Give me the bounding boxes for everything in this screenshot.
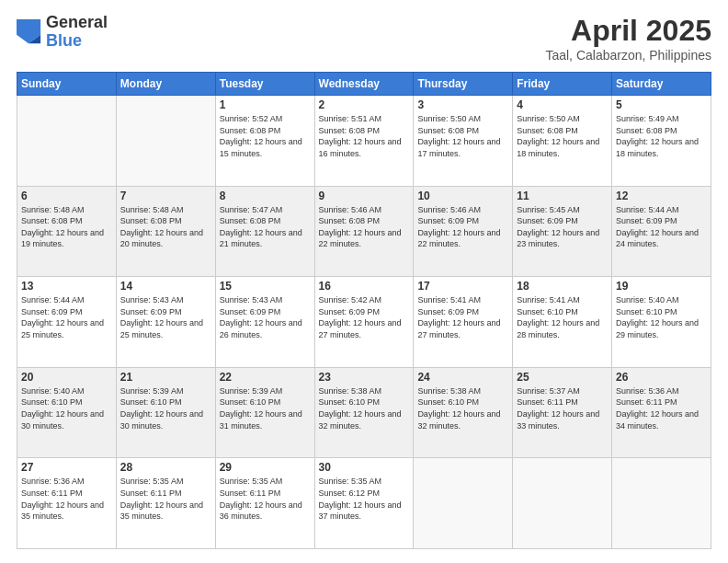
logo-general-text: General bbox=[46, 14, 108, 32]
table-row bbox=[513, 458, 612, 549]
table-row: 14Sunrise: 5:43 AM Sunset: 6:09 PM Dayli… bbox=[116, 277, 215, 368]
day-number: 18 bbox=[517, 280, 608, 293]
cell-info: Sunrise: 5:51 AM Sunset: 6:08 PM Dayligh… bbox=[319, 113, 410, 159]
cell-info: Sunrise: 5:52 AM Sunset: 6:08 PM Dayligh… bbox=[220, 113, 311, 159]
table-row: 12Sunrise: 5:44 AM Sunset: 6:09 PM Dayli… bbox=[612, 186, 711, 277]
table-row: 13Sunrise: 5:44 AM Sunset: 6:09 PM Dayli… bbox=[17, 277, 117, 368]
day-number: 22 bbox=[220, 371, 311, 384]
calendar-header-row: Sunday Monday Tuesday Wednesday Thursday… bbox=[17, 73, 711, 96]
cell-info: Sunrise: 5:50 AM Sunset: 6:08 PM Dayligh… bbox=[417, 113, 508, 159]
table-row: 30Sunrise: 5:35 AM Sunset: 6:12 PM Dayli… bbox=[314, 458, 414, 549]
table-row bbox=[414, 458, 513, 549]
table-row: 18Sunrise: 5:41 AM Sunset: 6:10 PM Dayli… bbox=[513, 277, 612, 368]
calendar-week-row: 27Sunrise: 5:36 AM Sunset: 6:11 PM Dayli… bbox=[17, 458, 711, 549]
cell-info: Sunrise: 5:44 AM Sunset: 6:09 PM Dayligh… bbox=[21, 294, 112, 340]
day-number: 24 bbox=[417, 371, 508, 384]
table-row bbox=[116, 96, 215, 187]
day-number: 3 bbox=[417, 98, 508, 111]
day-number: 17 bbox=[417, 280, 508, 293]
day-number: 6 bbox=[21, 190, 112, 202]
page: General Blue April 2025 Taal, Calabarzon… bbox=[0, 0, 728, 563]
cell-info: Sunrise: 5:43 AM Sunset: 6:09 PM Dayligh… bbox=[120, 294, 211, 340]
table-row: 7Sunrise: 5:48 AM Sunset: 6:08 PM Daylig… bbox=[116, 186, 215, 277]
col-wednesday: Wednesday bbox=[314, 73, 414, 96]
calendar-week-row: 13Sunrise: 5:44 AM Sunset: 6:09 PM Dayli… bbox=[17, 277, 711, 368]
logo-icon bbox=[17, 19, 42, 45]
cell-info: Sunrise: 5:39 AM Sunset: 6:10 PM Dayligh… bbox=[120, 385, 211, 431]
day-number: 23 bbox=[319, 371, 410, 384]
cell-info: Sunrise: 5:36 AM Sunset: 6:11 PM Dayligh… bbox=[616, 385, 707, 431]
day-number: 25 bbox=[517, 371, 608, 384]
day-number: 20 bbox=[21, 371, 112, 384]
title-block: April 2025 Taal, Calabarzon, Philippines bbox=[545, 14, 711, 63]
logo-blue-text: Blue bbox=[46, 32, 108, 51]
day-number: 30 bbox=[319, 461, 410, 474]
col-friday: Friday bbox=[513, 73, 612, 96]
cell-info: Sunrise: 5:39 AM Sunset: 6:10 PM Dayligh… bbox=[220, 385, 311, 431]
table-row: 3Sunrise: 5:50 AM Sunset: 6:08 PM Daylig… bbox=[414, 96, 513, 187]
title-location: Taal, Calabarzon, Philippines bbox=[545, 48, 711, 63]
table-row: 9Sunrise: 5:46 AM Sunset: 6:08 PM Daylig… bbox=[314, 186, 414, 277]
table-row: 8Sunrise: 5:47 AM Sunset: 6:08 PM Daylig… bbox=[215, 186, 314, 277]
table-row: 20Sunrise: 5:40 AM Sunset: 6:10 PM Dayli… bbox=[17, 367, 117, 458]
table-row: 11Sunrise: 5:45 AM Sunset: 6:09 PM Dayli… bbox=[513, 186, 612, 277]
calendar-week-row: 20Sunrise: 5:40 AM Sunset: 6:10 PM Dayli… bbox=[17, 367, 711, 458]
cell-info: Sunrise: 5:41 AM Sunset: 6:10 PM Dayligh… bbox=[517, 294, 608, 340]
day-number: 4 bbox=[517, 98, 608, 111]
day-number: 27 bbox=[21, 461, 112, 474]
table-row: 6Sunrise: 5:48 AM Sunset: 6:08 PM Daylig… bbox=[17, 186, 117, 277]
col-saturday: Saturday bbox=[612, 73, 711, 96]
cell-info: Sunrise: 5:47 AM Sunset: 6:08 PM Dayligh… bbox=[220, 204, 311, 250]
col-sunday: Sunday bbox=[17, 73, 117, 96]
day-number: 26 bbox=[616, 371, 707, 384]
table-row: 29Sunrise: 5:35 AM Sunset: 6:11 PM Dayli… bbox=[215, 458, 314, 549]
day-number: 7 bbox=[120, 190, 211, 202]
cell-info: Sunrise: 5:45 AM Sunset: 6:09 PM Dayligh… bbox=[517, 204, 608, 250]
table-row: 24Sunrise: 5:38 AM Sunset: 6:10 PM Dayli… bbox=[414, 367, 513, 458]
table-row: 1Sunrise: 5:52 AM Sunset: 6:08 PM Daylig… bbox=[215, 96, 314, 187]
table-row: 19Sunrise: 5:40 AM Sunset: 6:10 PM Dayli… bbox=[612, 277, 711, 368]
day-number: 28 bbox=[120, 461, 211, 474]
table-row: 4Sunrise: 5:50 AM Sunset: 6:08 PM Daylig… bbox=[513, 96, 612, 187]
calendar-week-row: 1Sunrise: 5:52 AM Sunset: 6:08 PM Daylig… bbox=[17, 96, 711, 187]
cell-info: Sunrise: 5:43 AM Sunset: 6:09 PM Dayligh… bbox=[220, 294, 311, 340]
day-number: 14 bbox=[120, 280, 211, 293]
cell-info: Sunrise: 5:46 AM Sunset: 6:09 PM Dayligh… bbox=[417, 204, 508, 250]
day-number: 19 bbox=[616, 280, 707, 293]
day-number: 15 bbox=[220, 280, 311, 293]
table-row: 27Sunrise: 5:36 AM Sunset: 6:11 PM Dayli… bbox=[17, 458, 117, 549]
cell-info: Sunrise: 5:37 AM Sunset: 6:11 PM Dayligh… bbox=[517, 385, 608, 431]
cell-info: Sunrise: 5:50 AM Sunset: 6:08 PM Dayligh… bbox=[517, 113, 608, 159]
cell-info: Sunrise: 5:48 AM Sunset: 6:08 PM Dayligh… bbox=[21, 204, 112, 250]
cell-info: Sunrise: 5:49 AM Sunset: 6:08 PM Dayligh… bbox=[616, 113, 707, 159]
calendar-week-row: 6Sunrise: 5:48 AM Sunset: 6:08 PM Daylig… bbox=[17, 186, 711, 277]
day-number: 13 bbox=[21, 280, 112, 293]
logo: General Blue bbox=[17, 14, 108, 51]
col-tuesday: Tuesday bbox=[215, 73, 314, 96]
table-row bbox=[612, 458, 711, 549]
table-row: 22Sunrise: 5:39 AM Sunset: 6:10 PM Dayli… bbox=[215, 367, 314, 458]
day-number: 10 bbox=[417, 190, 508, 202]
cell-info: Sunrise: 5:35 AM Sunset: 6:11 PM Dayligh… bbox=[220, 476, 311, 522]
header: General Blue April 2025 Taal, Calabarzon… bbox=[17, 14, 711, 63]
table-row: 2Sunrise: 5:51 AM Sunset: 6:08 PM Daylig… bbox=[314, 96, 414, 187]
day-number: 11 bbox=[517, 190, 608, 202]
day-number: 21 bbox=[120, 371, 211, 384]
title-month: April 2025 bbox=[545, 14, 711, 48]
table-row: 21Sunrise: 5:39 AM Sunset: 6:10 PM Dayli… bbox=[116, 367, 215, 458]
day-number: 1 bbox=[220, 98, 311, 111]
day-number: 2 bbox=[319, 98, 410, 111]
table-row: 17Sunrise: 5:41 AM Sunset: 6:09 PM Dayli… bbox=[414, 277, 513, 368]
cell-info: Sunrise: 5:46 AM Sunset: 6:08 PM Dayligh… bbox=[319, 204, 410, 250]
cell-info: Sunrise: 5:35 AM Sunset: 6:11 PM Dayligh… bbox=[120, 476, 211, 522]
col-thursday: Thursday bbox=[414, 73, 513, 96]
cell-info: Sunrise: 5:36 AM Sunset: 6:11 PM Dayligh… bbox=[21, 476, 112, 522]
day-number: 29 bbox=[220, 461, 311, 474]
calendar-table: Sunday Monday Tuesday Wednesday Thursday… bbox=[17, 72, 711, 549]
table-row: 23Sunrise: 5:38 AM Sunset: 6:10 PM Dayli… bbox=[314, 367, 414, 458]
day-number: 12 bbox=[616, 190, 707, 202]
table-row bbox=[17, 96, 117, 187]
day-number: 8 bbox=[220, 190, 311, 202]
table-row: 5Sunrise: 5:49 AM Sunset: 6:08 PM Daylig… bbox=[612, 96, 711, 187]
cell-info: Sunrise: 5:35 AM Sunset: 6:12 PM Dayligh… bbox=[319, 476, 410, 522]
